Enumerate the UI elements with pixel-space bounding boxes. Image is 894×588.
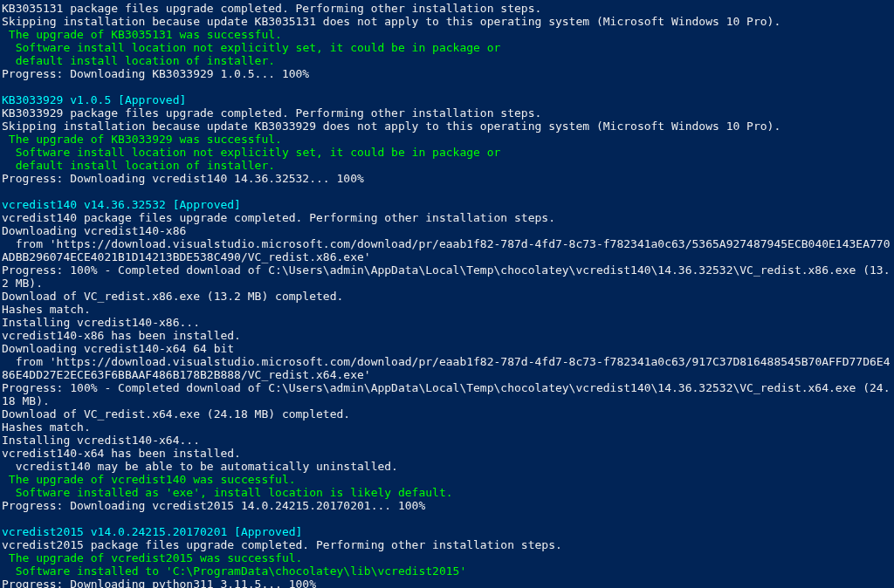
- terminal-line: Progress: Downloading vcredist2015 14.0.…: [2, 499, 892, 512]
- terminal-line: vcredist140-x64 has been installed.: [2, 447, 892, 460]
- terminal-line: from 'https://download.visualstudio.micr…: [2, 355, 892, 381]
- terminal-line: Software installed as 'exe', install loc…: [2, 486, 892, 499]
- terminal-line: Software installed to 'C:\ProgramData\ch…: [2, 564, 892, 578]
- terminal-line: from 'https://download.visualstudio.micr…: [2, 237, 892, 263]
- terminal-line: Downloading vcredist140-x86: [2, 224, 892, 237]
- terminal-line: Download of VC_redist.x64.exe (24.18 MB)…: [2, 407, 892, 420]
- terminal-line: Hashes match.: [2, 303, 892, 316]
- terminal-line: Installing vcredist140-x64...: [2, 434, 892, 447]
- terminal-line: Skipping installation because update KB3…: [2, 15, 892, 28]
- terminal-line: Progress: Downloading python311 3.11.5..…: [2, 578, 892, 588]
- terminal-line: vcredist2015 package files upgrade compl…: [2, 538, 892, 551]
- terminal-line: The upgrade of KB3035131 was successful.: [2, 28, 892, 41]
- terminal-line: Skipping installation because update KB3…: [2, 120, 892, 133]
- terminal-line: KB3035131 package files upgrade complete…: [2, 2, 892, 15]
- terminal-line: default install location of installer.: [2, 159, 892, 172]
- terminal-line: Progress: Downloading KB3033929 1.0.5...…: [2, 67, 892, 80]
- terminal-line: [2, 80, 892, 93]
- terminal-line: Progress: 100% - Completed download of C…: [2, 263, 892, 290]
- terminal-output[interactable]: KB3035131 package files upgrade complete…: [0, 0, 894, 588]
- terminal-line: The upgrade of vcredist2015 was successf…: [2, 551, 892, 564]
- terminal-line: KB3033929 v1.0.5 [Approved]: [2, 93, 892, 106]
- terminal-line: KB3033929 package files upgrade complete…: [2, 106, 892, 120]
- terminal-line: Installing vcredist140-x86...: [2, 316, 892, 329]
- terminal-line: [2, 185, 892, 198]
- terminal-line: [2, 512, 892, 525]
- terminal-line: vcredist140 may be able to be automatica…: [2, 460, 892, 473]
- terminal-line: vcredist140-x86 has been installed.: [2, 329, 892, 342]
- terminal-line: Downloading vcredist140-x64 64 bit: [2, 342, 892, 355]
- terminal-line: vcredist140 package files upgrade comple…: [2, 211, 892, 224]
- terminal-line: Software install location not explicitly…: [2, 41, 892, 54]
- terminal-line: vcredist2015 v14.0.24215.20170201 [Appro…: [2, 525, 892, 538]
- terminal-line: Hashes match.: [2, 420, 892, 434]
- terminal-line: Progress: 100% - Completed download of C…: [2, 381, 892, 407]
- terminal-line: The upgrade of vcredist140 was successfu…: [2, 473, 892, 486]
- terminal-line: Progress: Downloading vcredist140 14.36.…: [2, 172, 892, 185]
- terminal-line: vcredist140 v14.36.32532 [Approved]: [2, 198, 892, 211]
- terminal-line: The upgrade of KB3033929 was successful.: [2, 133, 892, 146]
- terminal-line: Download of VC_redist.x86.exe (13.2 MB) …: [2, 290, 892, 303]
- terminal-line: Software install location not explicitly…: [2, 146, 892, 159]
- terminal-line: default install location of installer.: [2, 54, 892, 67]
